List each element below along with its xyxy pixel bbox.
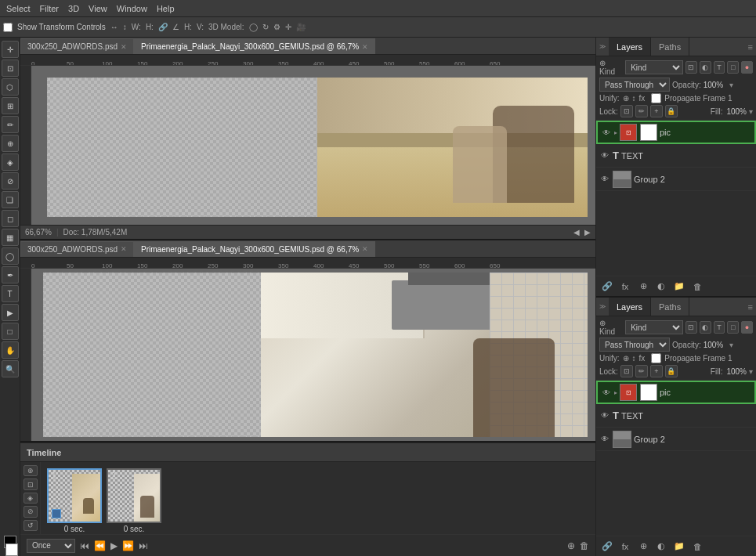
bottom-fill-layer-btn[interactable]: ◐ xyxy=(653,539,669,554)
bottom-filter-pixel[interactable]: ⊡ xyxy=(685,321,697,334)
top-filter-smart[interactable]: ● xyxy=(741,61,753,74)
top-tab-layers[interactable]: Layers xyxy=(609,38,651,56)
top-tab-paths[interactable]: Paths xyxy=(651,38,689,56)
doc2-tab1[interactable]: 300x250_ADWORDS.psd ✕ xyxy=(20,241,134,257)
bottom-filter-shape[interactable]: □ xyxy=(727,321,739,334)
bottom-lock-pixels[interactable]: ⊡ xyxy=(620,365,633,377)
bottom-opacity-arrow[interactable]: ▾ xyxy=(729,341,733,349)
top-panel-menu[interactable]: ≡ xyxy=(745,38,756,56)
top-fx-btn[interactable]: fx xyxy=(617,279,633,294)
hand-tool[interactable]: ✋ xyxy=(2,341,19,359)
top-filter-adjust[interactable]: ◐ xyxy=(700,61,711,74)
brush-tool[interactable]: ◈ xyxy=(2,153,19,171)
top-filter-pixel[interactable]: ⊡ xyxy=(685,61,697,74)
timeline-icon-5[interactable]: ↺ xyxy=(24,520,38,531)
doc2-tab2-close[interactable]: ✕ xyxy=(362,245,368,253)
bottom-layer-text-eye[interactable]: 👁 xyxy=(599,410,610,421)
transform-video-icon[interactable]: 🎥 xyxy=(296,23,306,31)
top-fill-layer-btn[interactable]: ◐ xyxy=(653,279,669,294)
bottom-unify-icon3[interactable]: fx xyxy=(639,354,646,363)
bottom-layer-pic[interactable]: 👁 ▸ ⊡ pic xyxy=(596,381,756,404)
doc2-tab2[interactable]: Primaenergia_Palack_Nagyi_300x600_GEMIUS… xyxy=(134,241,375,257)
bottom-filter-type[interactable]: T xyxy=(714,321,725,334)
transform-h-icon[interactable]: ↔ xyxy=(110,23,118,31)
lasso-tool[interactable]: ⬡ xyxy=(2,78,19,96)
bottom-add-style-btn[interactable]: ⊕ xyxy=(635,539,651,554)
bottom-lock-position[interactable]: ✏ xyxy=(635,365,648,377)
timeline-icon-1[interactable]: ⊕ xyxy=(24,465,38,476)
top-blend-select[interactable]: Pass Through xyxy=(599,78,670,92)
pen-tool[interactable]: ✒ xyxy=(2,266,19,283)
history-tool[interactable]: ❏ xyxy=(2,191,19,208)
transform-move-icon[interactable]: ✛ xyxy=(285,23,291,31)
top-new-folder-btn[interactable]: 📁 xyxy=(671,279,687,294)
timeline-icon-4[interactable]: ⊘ xyxy=(24,506,38,517)
bottom-unify-icon2[interactable]: ↕ xyxy=(632,354,636,363)
bottom-blend-select[interactable]: Pass Through xyxy=(599,338,670,352)
timeline-frame-2[interactable]: 2 0 sec. xyxy=(107,468,161,533)
top-kind-select[interactable]: Kind xyxy=(625,60,683,74)
top-layer-text[interactable]: 👁 T TEXT xyxy=(596,144,756,168)
top-layer-pic[interactable]: 👁 ▸ ⊡ pic xyxy=(596,121,756,144)
eyedropper-tool[interactable]: ✏ xyxy=(2,116,19,133)
timeline-icon-b[interactable]: 🗑 xyxy=(580,540,589,551)
bottom-layer-group2-eye[interactable]: 👁 xyxy=(599,434,610,445)
doc1-tab1-close[interactable]: ✕ xyxy=(121,43,127,51)
menu-select[interactable]: Select xyxy=(6,4,31,13)
background-color[interactable] xyxy=(5,543,18,556)
menu-filter[interactable]: Filter xyxy=(40,4,59,13)
bottom-panel-menu[interactable]: ≡ xyxy=(745,298,756,316)
top-lock-artboard[interactable]: + xyxy=(650,105,663,117)
type-tool[interactable]: T xyxy=(2,285,19,302)
bottom-layer-text[interactable]: 👁 T TEXT xyxy=(596,404,756,428)
menu-help[interactable]: Help xyxy=(157,4,175,13)
clone-tool[interactable]: ⊘ xyxy=(2,172,19,190)
bottom-delete-layer-btn[interactable]: 🗑 xyxy=(689,539,705,554)
top-lock-pixels[interactable]: ⊡ xyxy=(620,105,633,117)
bottom-layer-group2[interactable]: 👁 Group 2 xyxy=(596,428,756,451)
top-filter-shape[interactable]: □ xyxy=(727,61,739,74)
bottom-link-btn[interactable]: 🔗 xyxy=(599,539,615,554)
doc1-nav-left[interactable]: ◀ xyxy=(573,228,580,236)
transform-gear-icon[interactable]: ⚙ xyxy=(273,23,280,31)
timeline-icon-3[interactable]: ◈ xyxy=(24,493,38,504)
top-delete-layer-btn[interactable]: 🗑 xyxy=(689,279,705,294)
crop-tool[interactable]: ⊞ xyxy=(2,97,19,114)
transform-3d-icon[interactable]: 3D Model: xyxy=(208,23,244,31)
transform-v-icon[interactable]: ↕ xyxy=(123,23,127,31)
timeline-first-frame[interactable]: ⏮ xyxy=(80,540,89,551)
move-tool[interactable]: ✛ xyxy=(2,41,19,58)
doc2-canvas-main[interactable] xyxy=(31,269,595,442)
bottom-lock-artboard[interactable]: + xyxy=(650,365,663,377)
bottom-panel-collapse[interactable]: ≫ xyxy=(596,298,609,316)
doc1-canvas-main[interactable] xyxy=(31,66,595,225)
menu-window[interactable]: Window xyxy=(117,4,147,13)
transform-rotate-icon[interactable]: ↻ xyxy=(262,23,269,31)
timeline-icon-2[interactable]: ⊡ xyxy=(24,478,38,489)
timeline-frame-1[interactable]: 1 0 sec. xyxy=(47,468,102,533)
transform-sphere-icon[interactable]: ◯ xyxy=(249,23,258,31)
bottom-tab-layers[interactable]: Layers xyxy=(609,298,651,316)
top-layer-group2-eye[interactable]: 👁 xyxy=(599,174,610,185)
timeline-loop-select[interactable]: Once Forever 3 Times xyxy=(27,539,75,553)
eraser-tool[interactable]: ◻ xyxy=(2,210,19,227)
top-filter-type[interactable]: T xyxy=(714,61,725,74)
bottom-new-folder-btn[interactable]: 📁 xyxy=(671,539,687,554)
doc1-tab1[interactable]: 300x250_ADWORDS.psd ✕ xyxy=(20,38,134,54)
top-link-btn[interactable]: 🔗 xyxy=(599,279,615,294)
timeline-next-frame[interactable]: ⏩ xyxy=(122,540,134,551)
top-panel-collapse[interactable]: ≫ xyxy=(596,38,609,56)
top-opacity-arrow[interactable]: ▾ xyxy=(729,81,733,89)
doc1-tab2-close[interactable]: ✕ xyxy=(362,43,368,51)
bottom-filter-smart[interactable]: ● xyxy=(741,321,753,334)
zoom-tool[interactable]: 🔍 xyxy=(2,360,19,377)
menu-3d[interactable]: 3D xyxy=(68,4,79,13)
doc1-nav-right[interactable]: ▶ xyxy=(584,228,591,236)
timeline-icon-a[interactable]: ⊕ xyxy=(567,540,575,551)
doc1-tab2[interactable]: Primaenergia_Palack_Nagyi_300x600_GEMIUS… xyxy=(134,38,375,54)
top-layer-pic-eye[interactable]: 👁 xyxy=(601,127,612,138)
show-transform-checkbox[interactable] xyxy=(3,23,13,32)
timeline-play[interactable]: ▶ xyxy=(110,540,118,551)
top-layer-text-eye[interactable]: 👁 xyxy=(599,150,610,161)
top-unify-icon1[interactable]: ⊕ xyxy=(623,94,629,103)
